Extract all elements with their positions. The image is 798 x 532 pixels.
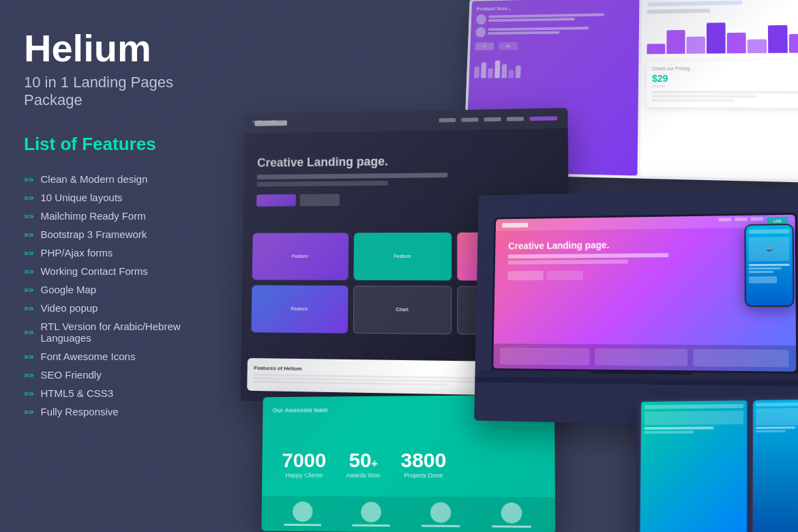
feature-item-rtl: »»RTL Version for Arabic/Hebrew Language… <box>24 317 208 347</box>
teal-stat-7000: 7000 <box>282 449 326 472</box>
team-label: Our Awesome team <box>273 407 328 413</box>
left-panel: Helium 10 in 1 Landing Pages Package Lis… <box>0 0 232 532</box>
feature-item-clean-design: »»Clean & Modern design <box>24 170 208 188</box>
feature-item-mailchimp: »»Mailchimp Ready Form <box>24 207 208 225</box>
product-avatar <box>476 14 486 25</box>
feature-label-clean-design: Clean & Modern design <box>40 173 147 185</box>
teal-stat-clients: Happy Clients <box>282 472 326 479</box>
feature-item-google-map: »»Google Map <box>24 280 208 299</box>
feature-bullet-unique-layouts: »» <box>24 192 33 203</box>
feature-bullet-responsive: »» <box>24 407 33 417</box>
features-heading: List of Features <box>24 134 208 155</box>
teal-stat-50: 50+ <box>346 449 381 472</box>
teal-stat-awards: Awards Won <box>346 472 381 479</box>
feature-item-bootstrap: »»Bootstrap 3 Framework <box>24 225 208 243</box>
feature-item-html5: »»HTML5 & CSS3 <box>24 384 208 402</box>
feature-bullet-google-map: »» <box>24 284 33 295</box>
feat-card-1: Feature <box>252 233 349 280</box>
mock-responsive <box>636 395 798 532</box>
team-member-2 <box>339 502 402 527</box>
screenshots-area: Product Scre... 4 <box>218 0 798 532</box>
brand-title: Helium <box>24 27 208 70</box>
hero-title: Creative Landing page. <box>257 152 555 171</box>
feature-item-responsive: »»Fully Responsive <box>24 402 208 421</box>
teal-stat-projects: Projects Done <box>400 472 446 479</box>
feature-label-seo: SEO Friendly <box>40 369 101 381</box>
pricing-plan: $29 <box>652 72 798 84</box>
feature-item-seo: »»SEO Friendly <box>24 366 208 384</box>
feature-bullet-php-ajax: »» <box>24 248 33 258</box>
feature-item-unique-layouts: »»10 Unique layouts <box>24 188 208 207</box>
feature-label-contact-forms: Working Contact Forms <box>40 265 147 277</box>
feature-label-unique-layouts: 10 Unique layouts <box>40 192 122 203</box>
feature-bullet-font-awesome: »» <box>24 351 33 361</box>
pricing-check-label: Check our Pricing <box>652 65 798 71</box>
feature-label-bootstrap: Bootstrap 3 Framework <box>40 228 147 240</box>
feature-label-rtl: RTL Version for Arabic/Hebrew Languages <box>40 321 208 344</box>
feature-bullet-seo: »» <box>24 370 33 380</box>
feature-label-video-popup: Video popup <box>40 302 98 314</box>
feature-item-video-popup: »»Video popup <box>24 299 208 317</box>
feat-card-2: Feature <box>353 232 452 280</box>
feature-bullet-bootstrap: »» <box>24 229 33 239</box>
feature-bullet-mailchimp: »» <box>24 211 33 221</box>
feature-bullet-rtl: »» <box>24 327 33 337</box>
feature-label-google-map: Google Map <box>40 284 96 295</box>
feature-bullet-contact-forms: »» <box>24 266 33 276</box>
team-member-4 <box>479 503 545 528</box>
feat-card-5: Chart <box>353 285 452 334</box>
feature-list: »»Clean & Modern design»»10 Unique layou… <box>24 170 208 421</box>
feature-label-responsive: Fully Responsive <box>40 406 118 417</box>
brand-subtitle: 10 in 1 Landing Pages Package <box>24 74 208 109</box>
mock-laptop: LIVE Creative Landing page. <box>474 189 798 428</box>
feature-label-php-ajax: PHP/Ajax forms <box>40 247 113 258</box>
feature-label-html5: HTML5 & CSS3 <box>40 387 113 399</box>
feature-label-mailchimp: Mailchimp Ready Form <box>40 210 145 222</box>
product-avatar-2 <box>475 27 486 38</box>
teal-stat-3800: 3800 <box>400 449 446 472</box>
team-member-1 <box>271 501 334 526</box>
team-section <box>261 496 555 532</box>
pricing-period: /month <box>652 84 798 88</box>
feature-bullet-video-popup: »» <box>24 303 33 313</box>
feature-item-contact-forms: »»Working Contact Forms <box>24 262 208 280</box>
feature-label-font-awesome: Font Awesome Icons <box>40 351 135 362</box>
feature-bullet-html5: »» <box>24 388 33 398</box>
feat-card-4: Feature <box>251 285 348 334</box>
feature-item-font-awesome: »»Font Awesome Icons <box>24 347 208 366</box>
phone-overlay: 📷 <box>744 224 794 307</box>
feature-item-php-ajax: »»PHP/Ajax forms <box>24 243 208 262</box>
team-member-3 <box>409 502 473 527</box>
product-title: Product Scre... <box>477 3 634 12</box>
feature-bullet-clean-design: »» <box>24 174 33 184</box>
laptop-hero-title: Creative Landing page. <box>508 237 781 251</box>
